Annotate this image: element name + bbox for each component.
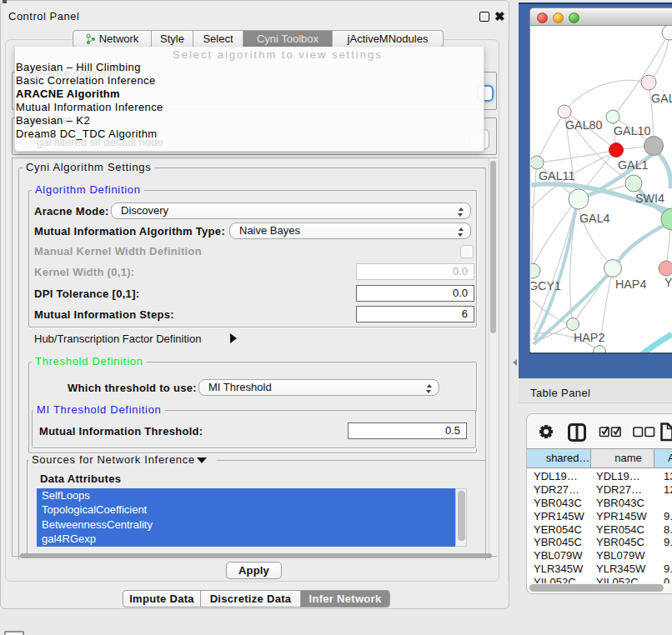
svg-text:GAL80: GAL80 xyxy=(565,118,603,132)
svg-text:GCY1: GCY1 xyxy=(531,279,561,292)
svg-text:SWI4: SWI4 xyxy=(635,192,664,205)
svg-text:HAP2: HAP2 xyxy=(574,331,604,344)
svg-text:GAL11: GAL11 xyxy=(539,169,574,182)
svg-text:HAP4: HAP4 xyxy=(615,278,646,291)
svg-text:GAL7: GAL7 xyxy=(651,92,672,105)
svg-text:GAL10: GAL10 xyxy=(614,124,651,138)
svg-text:GAL1: GAL1 xyxy=(618,158,649,172)
svg-text:GAL4: GAL4 xyxy=(579,212,610,225)
svg-text:Y: Y xyxy=(664,276,672,289)
